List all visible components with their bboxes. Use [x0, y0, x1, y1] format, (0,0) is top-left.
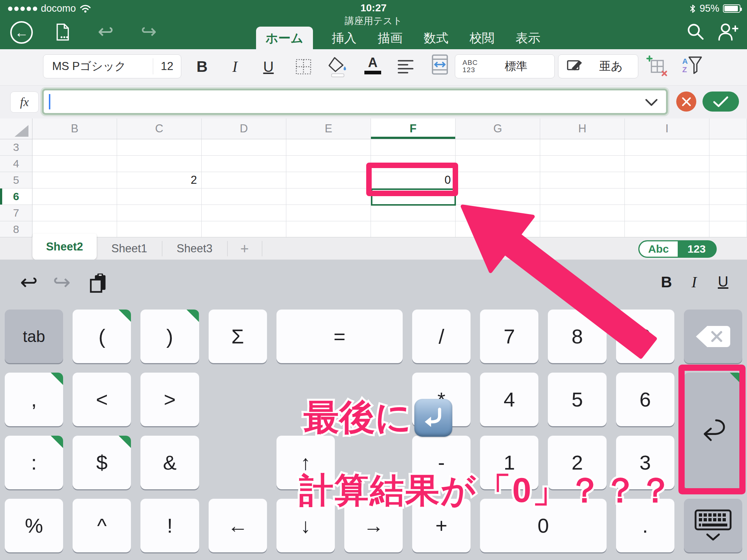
cell-I8[interactable] [625, 221, 709, 237]
cell-H4[interactable] [540, 156, 625, 172]
cell-D4[interactable] [202, 156, 286, 172]
column-header-partial[interactable] [709, 118, 747, 139]
cell-F3[interactable] [371, 139, 456, 156]
number-format-value[interactable]: 標準 [478, 59, 554, 74]
font-selector[interactable]: MS Pゴシック 12 [43, 54, 181, 78]
row-header-3[interactable]: 3 [0, 139, 32, 156]
column-header-C[interactable]: C [117, 118, 202, 139]
key-dollar[interactable]: $ [73, 436, 131, 489]
row-header-5[interactable]: 5 [0, 172, 32, 188]
cell-C4[interactable] [117, 156, 202, 172]
cell-F8[interactable] [371, 221, 456, 237]
column-header-F[interactable]: F [371, 118, 456, 139]
share-add-person-icon[interactable] [716, 23, 738, 42]
italic-button[interactable]: I [692, 273, 697, 291]
insert-delete-cells-icon[interactable] [646, 57, 667, 75]
insert-function-button[interactable]: fx [10, 92, 39, 113]
cell-I5[interactable] [625, 172, 709, 188]
cell-x4[interactable] [709, 156, 747, 172]
paste-clipboard-icon[interactable] [88, 273, 107, 295]
key-colon[interactable]: : [5, 436, 63, 489]
toggle-123[interactable]: 123 [678, 241, 716, 257]
cell-C6[interactable] [117, 188, 202, 205]
tab-home[interactable]: ホーム [256, 27, 313, 49]
back-button[interactable]: ← [10, 21, 33, 44]
row-header-4[interactable]: 4 [0, 156, 32, 172]
search-icon[interactable] [686, 22, 705, 42]
font-name-value[interactable]: MS Pゴシック [43, 59, 153, 74]
key-greater-than[interactable]: > [140, 373, 199, 426]
borders-icon[interactable] [294, 57, 313, 76]
cell-I6[interactable] [625, 188, 709, 205]
cell-B5[interactable] [32, 172, 117, 188]
redo-icon[interactable]: ↪ [53, 270, 71, 295]
cell-x7[interactable] [709, 205, 747, 221]
sort-filter-icon[interactable]: AZ [677, 56, 708, 75]
tab-view[interactable]: 表示 [514, 27, 543, 49]
key-8[interactable]: 8 [548, 310, 606, 363]
select-all-corner[interactable] [0, 118, 32, 139]
row-header-7[interactable]: 7 [0, 205, 32, 221]
cell-H5[interactable] [540, 172, 625, 188]
cell-B4[interactable] [32, 156, 117, 172]
key-5[interactable]: 5 [548, 373, 606, 426]
column-header-E[interactable]: E [286, 118, 371, 139]
phonetic-value[interactable]: 亜あ [584, 58, 638, 74]
cell-E8[interactable] [286, 221, 371, 237]
cell-x6[interactable] [709, 188, 747, 205]
key-backspace[interactable] [684, 310, 742, 363]
key-7[interactable]: 7 [480, 310, 538, 363]
column-header-B[interactable]: B [32, 118, 117, 139]
key-caret[interactable]: ^ [73, 499, 131, 552]
undo-icon[interactable]: ↩ [20, 270, 38, 295]
key-comma[interactable]: , [5, 373, 63, 426]
cell-E5[interactable] [286, 172, 371, 188]
bold-button[interactable]: B [661, 273, 672, 291]
cell-F7[interactable] [371, 205, 456, 221]
row-header-8[interactable]: 8 [0, 221, 32, 237]
column-header-D[interactable]: D [202, 118, 286, 139]
cell-C3[interactable] [117, 139, 202, 156]
key-sigma-autosum[interactable]: Σ [209, 310, 267, 363]
cell-x5[interactable] [709, 172, 747, 188]
cell-G3[interactable] [456, 139, 540, 156]
cell-D7[interactable] [202, 205, 286, 221]
column-header-G[interactable]: G [456, 118, 540, 139]
key-arrow-left[interactable]: ← [209, 499, 267, 552]
cell-D3[interactable] [202, 139, 286, 156]
cell-I7[interactable] [625, 205, 709, 221]
alignment-icon[interactable] [396, 57, 415, 76]
cell-B7[interactable] [32, 205, 117, 221]
key-open-paren[interactable]: ( [73, 310, 131, 363]
tab-draw[interactable]: 描画 [376, 27, 405, 49]
cell-D6[interactable] [202, 188, 286, 205]
sheet-tab-sheet2[interactable]: Sheet2 [32, 234, 97, 260]
cell-B6[interactable] [32, 188, 117, 205]
key-ampersand[interactable]: & [140, 436, 199, 489]
key-less-than[interactable]: < [73, 373, 131, 426]
cell-C7[interactable] [117, 205, 202, 221]
tab-formulas[interactable]: 数式 [422, 27, 451, 49]
formula-input[interactable] [42, 89, 668, 115]
cell-E3[interactable] [286, 139, 371, 156]
cell-H7[interactable] [540, 205, 625, 221]
cell-E4[interactable] [286, 156, 371, 172]
column-width-merge-icon[interactable] [430, 55, 450, 74]
number-format-selector[interactable]: ABC123 標準 [455, 54, 555, 78]
undo-button[interactable]: ↩ [98, 20, 114, 42]
key-exclamation[interactable]: ! [140, 499, 199, 552]
cell-G8[interactable] [456, 221, 540, 237]
cell-x8[interactable] [709, 221, 747, 237]
cell-B3[interactable] [32, 139, 117, 156]
tab-insert[interactable]: 挿入 [330, 27, 359, 49]
cancel-entry-button[interactable] [676, 92, 696, 112]
cell-H8[interactable] [540, 221, 625, 237]
cell-G6[interactable] [456, 188, 540, 205]
cell-G4[interactable] [456, 156, 540, 172]
font-color-icon[interactable]: A [363, 56, 383, 75]
cell-I4[interactable] [625, 156, 709, 172]
cell-E6[interactable] [286, 188, 371, 205]
cell-C8[interactable] [117, 221, 202, 237]
toggle-abc[interactable]: Abc [639, 241, 678, 257]
key-close-paren[interactable]: ) [140, 310, 199, 363]
